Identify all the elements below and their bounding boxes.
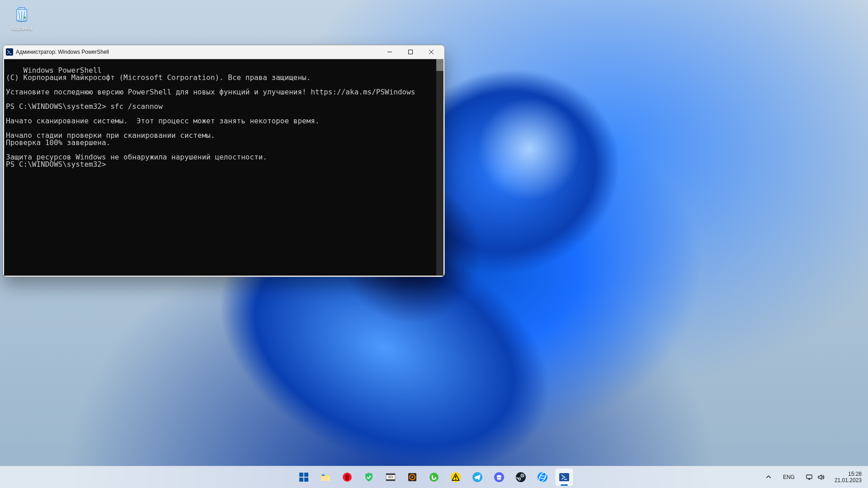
network-sound-group[interactable]: [802, 472, 828, 483]
start-button[interactable]: [295, 468, 313, 486]
svg-point-18: [411, 476, 413, 478]
console-area[interactable]: Windows PowerShell (C) Корпорация Майкро…: [4, 59, 443, 276]
minimize-button[interactable]: [379, 45, 400, 59]
system-tray: ENG 15:28 21.01.2023: [761, 466, 864, 488]
security-icon[interactable]: [360, 468, 378, 486]
svg-rect-6: [299, 478, 303, 482]
opera-icon[interactable]: [338, 468, 356, 486]
language-label: ENG: [783, 474, 795, 480]
steam-icon[interactable]: [512, 468, 530, 486]
warning-app-icon[interactable]: [447, 468, 465, 486]
svg-rect-8: [321, 476, 330, 481]
battlenet-icon[interactable]: [533, 468, 552, 486]
recycle-bin-icon: [12, 5, 31, 23]
svg-point-19: [429, 473, 439, 482]
discord-icon[interactable]: [490, 468, 508, 486]
svg-rect-7: [304, 478, 308, 482]
taskbar-pinned-apps: 321: [295, 466, 573, 488]
clock-time: 15:28: [835, 471, 862, 477]
svg-rect-33: [807, 475, 812, 479]
svg-point-26: [500, 477, 500, 478]
svg-rect-13: [386, 474, 395, 475]
console-scrollbar-track[interactable]: [436, 59, 443, 276]
svg-point-25: [498, 477, 499, 478]
taskbar: 321 ENG 15:28 21.01.2023: [0, 466, 868, 488]
volume-icon: [817, 474, 825, 481]
media-player-classic-icon[interactable]: 321: [382, 468, 400, 486]
svg-rect-3: [409, 50, 413, 54]
window-titlebar[interactable]: Администратор: Windows PowerShell: [3, 45, 444, 59]
clock-date: 21.01.2023: [835, 477, 862, 483]
svg-rect-5: [304, 473, 308, 477]
svg-rect-9: [322, 474, 325, 476]
svg-rect-1: [19, 8, 25, 9]
svg-point-11: [345, 474, 349, 481]
svg-rect-21: [455, 476, 456, 478]
window-title: Администратор: Windows PowerShell: [16, 49, 109, 55]
file-explorer-icon[interactable]: [316, 468, 335, 486]
recycle-bin[interactable]: Корзина: [5, 5, 39, 32]
powershell-icon: [6, 48, 13, 56]
network-icon: [806, 474, 813, 481]
svg-point-27: [516, 472, 526, 482]
svg-rect-22: [455, 479, 456, 480]
close-button[interactable]: [421, 45, 442, 59]
maximize-button[interactable]: [400, 45, 421, 59]
powershell-taskbar-icon[interactable]: [555, 468, 573, 486]
svg-rect-14: [386, 479, 395, 481]
clock[interactable]: 15:28 21.01.2023: [832, 469, 864, 485]
svg-rect-4: [299, 473, 303, 477]
chevron-up-icon: [765, 474, 772, 481]
svg-point-29: [522, 475, 523, 476]
svg-text:321: 321: [388, 475, 393, 479]
recycle-bin-label: Корзина: [5, 25, 39, 32]
powershell-window[interactable]: Администратор: Windows PowerShell Window…: [3, 45, 445, 277]
language-indicator[interactable]: ENG: [779, 472, 798, 482]
utorrent-icon[interactable]: [425, 468, 443, 486]
console-scrollbar-thumb[interactable]: [436, 59, 443, 71]
telegram-icon[interactable]: [468, 468, 486, 486]
console-output: Windows PowerShell (C) Корпорация Майкро…: [6, 66, 415, 169]
aimp-icon[interactable]: [403, 468, 421, 486]
tray-overflow-button[interactable]: [761, 472, 776, 483]
